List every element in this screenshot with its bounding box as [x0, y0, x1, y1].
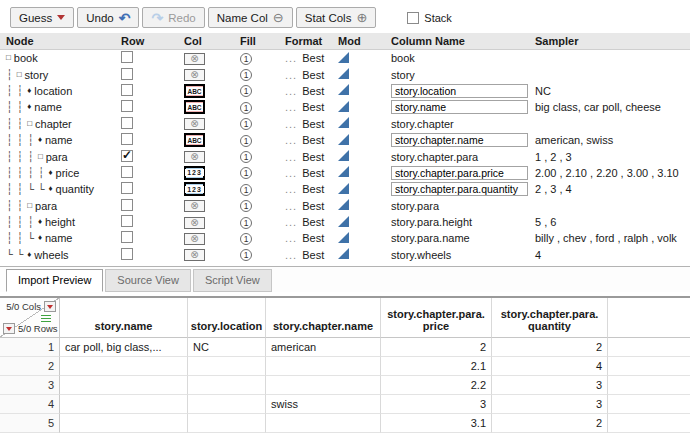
- excluded-column-icon[interactable]: [184, 151, 205, 163]
- name-col-button[interactable]: Name Col: [208, 7, 293, 28]
- row-checkbox[interactable]: [121, 182, 133, 194]
- row-checkbox[interactable]: [121, 199, 133, 211]
- redo-button[interactable]: Redo: [142, 7, 204, 28]
- tab-import-preview[interactable]: Import Preview: [6, 269, 103, 292]
- tree-row-book[interactable]: □book 1 ...Best book: [0, 50, 690, 66]
- format-menu-dots[interactable]: ...: [285, 134, 297, 146]
- modeling-type-icon[interactable]: [338, 166, 349, 177]
- format-value[interactable]: Best: [302, 85, 324, 97]
- modeling-type-icon[interactable]: [338, 84, 349, 95]
- format-menu-dots[interactable]: ...: [285, 101, 297, 113]
- fill-icon[interactable]: 1: [240, 200, 252, 212]
- node-expander-icon[interactable]: □: [38, 153, 43, 161]
- excluded-column-icon[interactable]: [184, 217, 205, 229]
- tab-script-view[interactable]: Script View: [193, 269, 272, 292]
- modeling-type-icon[interactable]: [338, 199, 349, 210]
- format-menu-dots[interactable]: ...: [285, 249, 297, 261]
- format-menu-dots[interactable]: ...: [285, 85, 297, 97]
- modeling-type-icon[interactable]: [338, 216, 349, 227]
- stack-checkbox[interactable]: [407, 12, 419, 24]
- tree-row-wheels[interactable]: └└♦wheels 1 ...Best story.wheels 4: [0, 247, 690, 263]
- format-value[interactable]: Best: [302, 216, 324, 228]
- node-expander-icon[interactable]: □: [17, 71, 22, 79]
- modeling-type-icon[interactable]: [338, 232, 349, 243]
- row-checkbox[interactable]: [121, 133, 133, 145]
- fill-icon[interactable]: 1: [240, 184, 252, 196]
- excluded-column-icon[interactable]: [184, 249, 205, 261]
- excluded-column-icon[interactable]: [184, 69, 205, 81]
- format-menu-dots[interactable]: ...: [285, 216, 297, 228]
- column-header-para-quantity[interactable]: story.chapter.para.quantity: [492, 298, 608, 338]
- column-name-input[interactable]: [391, 133, 528, 147]
- tree-row-quantity[interactable]: ┆┆└└♦quantity 1 ...Best 2 , 3 , 4: [0, 181, 690, 197]
- row-checkbox[interactable]: [121, 215, 133, 227]
- excluded-column-icon[interactable]: [184, 118, 205, 130]
- column-name-input[interactable]: [391, 84, 528, 98]
- format-menu-dots[interactable]: ...: [285, 232, 297, 244]
- numeric-column-icon[interactable]: [184, 182, 205, 196]
- tree-row-chapter[interactable]: ┆┆□chapter 1 ...Best story.chapter: [0, 116, 690, 132]
- fill-icon[interactable]: 1: [240, 217, 252, 229]
- format-value[interactable]: Best: [302, 200, 324, 212]
- modeling-type-icon[interactable]: [338, 134, 349, 145]
- row-checkbox[interactable]: [121, 248, 133, 260]
- row-checkbox[interactable]: [121, 51, 133, 63]
- row-checkbox[interactable]: [121, 117, 133, 129]
- format-value[interactable]: Best: [302, 249, 324, 261]
- character-column-icon[interactable]: [184, 133, 205, 147]
- character-column-icon[interactable]: [184, 100, 205, 114]
- stat-cols-button[interactable]: Stat Cols: [296, 7, 377, 28]
- tree-row-height[interactable]: ┆┆┆♦height 1 ...Best story.para.height 5…: [0, 214, 690, 230]
- column-header-story-name[interactable]: story.name: [60, 298, 188, 338]
- node-expander-icon[interactable]: □: [6, 54, 11, 62]
- undo-button[interactable]: Undo: [77, 7, 139, 28]
- column-header-para-price[interactable]: story.chapter.para.price: [381, 298, 492, 338]
- guess-button[interactable]: Guess: [10, 7, 74, 28]
- fill-icon[interactable]: 1: [240, 135, 252, 147]
- fill-icon[interactable]: 1: [240, 69, 252, 81]
- node-expander-icon[interactable]: □: [27, 120, 32, 128]
- row-checkbox[interactable]: [121, 166, 133, 178]
- modeling-type-icon[interactable]: [338, 52, 349, 63]
- format-value[interactable]: Best: [302, 52, 324, 64]
- modeling-type-icon[interactable]: [338, 150, 349, 161]
- columns-list-icon[interactable]: [41, 315, 51, 323]
- format-value[interactable]: Best: [302, 167, 324, 179]
- modeling-type-icon[interactable]: [338, 68, 349, 79]
- format-value[interactable]: Best: [302, 69, 324, 81]
- fill-icon[interactable]: 1: [240, 102, 252, 114]
- modeling-type-icon[interactable]: [338, 117, 349, 128]
- excluded-column-icon[interactable]: [184, 233, 205, 245]
- rows-menu-button[interactable]: [3, 323, 15, 334]
- format-menu-dots[interactable]: ...: [285, 52, 297, 64]
- format-menu-dots[interactable]: ...: [285, 69, 297, 81]
- tree-row-name[interactable]: ┆┆♦name 1 ...Best big class, car poll, c…: [0, 99, 690, 115]
- format-value[interactable]: Best: [302, 101, 324, 113]
- column-name-input[interactable]: [391, 100, 528, 114]
- format-value[interactable]: Best: [302, 118, 324, 130]
- row-checkbox[interactable]: [121, 150, 133, 162]
- fill-icon[interactable]: 1: [240, 151, 252, 163]
- column-name-input[interactable]: [391, 182, 528, 196]
- row-checkbox[interactable]: [121, 231, 133, 243]
- format-menu-dots[interactable]: ...: [285, 118, 297, 130]
- format-value[interactable]: Best: [302, 151, 324, 163]
- column-header-story-location[interactable]: story.location: [188, 298, 266, 338]
- format-menu-dots[interactable]: ...: [285, 183, 297, 195]
- tree-row-location[interactable]: ┆┆♦location 1 ...Best NC: [0, 83, 690, 99]
- format-value[interactable]: Best: [302, 232, 324, 244]
- column-name-input[interactable]: [391, 166, 528, 180]
- node-expander-icon[interactable]: □: [27, 202, 32, 210]
- column-header-chapter-name[interactable]: story.chapter.name: [266, 298, 381, 338]
- row-checkbox[interactable]: [121, 84, 133, 96]
- row-checkbox[interactable]: [121, 68, 133, 80]
- tree-row-chapter-name[interactable]: ┆┆┆♦name 1 ...Best american, swiss: [0, 132, 690, 148]
- format-menu-dots[interactable]: ...: [285, 151, 297, 163]
- tree-row-para-name[interactable]: ┆┆└♦name 1 ...Best story.para.name billy…: [0, 230, 690, 246]
- modeling-type-icon[interactable]: [338, 101, 349, 112]
- tree-row-chapter-para[interactable]: ┆┆┆□para 1 ...Best story.chapter.para 1 …: [0, 148, 690, 164]
- tab-source-view[interactable]: Source View: [105, 269, 191, 292]
- fill-icon[interactable]: 1: [240, 118, 252, 130]
- modeling-type-icon[interactable]: [338, 183, 349, 194]
- excluded-column-icon[interactable]: [184, 200, 205, 212]
